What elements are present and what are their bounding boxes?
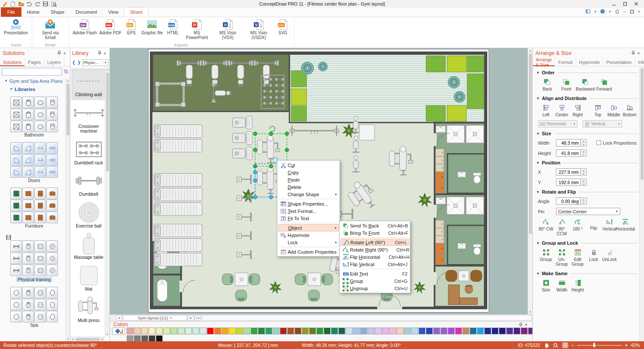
menu-item-change-shape[interactable]: Change Shape▸: [278, 191, 339, 198]
shape-thumbnail[interactable]: [46, 154, 58, 166]
canvas-hscrollbar[interactable]: [202, 315, 532, 321]
90-cw-button[interactable]: 90° CW: [538, 219, 554, 231]
library-group-label[interactable]: Furniture: [25, 223, 43, 228]
pan-tool-icon[interactable]: [543, 342, 550, 348]
html-button[interactable]: HTMLHTML: [164, 18, 182, 36]
color-swatch[interactable]: [360, 328, 367, 334]
color-swatch[interactable]: [346, 328, 352, 334]
library-item-massage-table[interactable]: Massage table: [71, 231, 106, 263]
flip-button[interactable]: Flip: [586, 219, 601, 231]
shape-thumbnail[interactable]: [46, 188, 58, 199]
color-swatch[interactable]: [170, 328, 177, 334]
center-button[interactable]: Center: [554, 104, 570, 117]
menu-item-shape-properties[interactable]: Shape Properties...: [278, 200, 339, 207]
height-input[interactable]: [556, 149, 581, 157]
send-via-email-button[interactable]: Send via Email: [35, 18, 66, 41]
open-icon[interactable]: [18, 1, 24, 7]
ink-tool-icon[interactable]: [2, 1, 8, 7]
minimize-ribbon-icon[interactable]: –: [622, 9, 627, 14]
color-swatch[interactable]: [302, 328, 309, 334]
menu-item-paste[interactable]: Paste: [278, 176, 339, 183]
tab-arrange-size[interactable]: Arrange & Size: [533, 58, 555, 66]
home-icon[interactable]: [615, 9, 620, 14]
shape-thumbnail[interactable]: [34, 311, 46, 322]
color-swatch[interactable]: [309, 328, 316, 334]
shape-thumbnail[interactable]: [10, 109, 22, 120]
shape-thumbnail[interactable]: [10, 154, 22, 166]
shape-thumbnail[interactable]: [46, 287, 58, 298]
pin-icon[interactable]: [56, 50, 62, 56]
shape-thumbnail[interactable]: [46, 109, 58, 120]
presentation-button[interactable]: Presentation: [3, 18, 29, 36]
library-select[interactable]: Physic... ▼: [82, 59, 108, 66]
color-swatch[interactable]: [389, 328, 396, 334]
shape-thumbnail[interactable]: [22, 188, 34, 199]
color-swatch[interactable]: [141, 328, 148, 334]
shape-thumbnail[interactable]: [34, 97, 46, 108]
color-swatch[interactable]: [353, 328, 360, 334]
color-swatch[interactable]: [149, 328, 155, 334]
color-swatch[interactable]: [134, 335, 141, 341]
shape-thumbnail[interactable]: [34, 287, 46, 298]
height-button[interactable]: Height: [570, 279, 586, 292]
color-swatch[interactable]: [484, 328, 491, 334]
tab-info[interactable]: Info: [635, 58, 644, 66]
close-icon[interactable]: ×: [636, 50, 641, 56]
color-swatch[interactable]: [331, 328, 338, 334]
color-swatch[interactable]: [324, 328, 331, 334]
redo-icon[interactable]: [34, 1, 40, 7]
shape-thumbnail[interactable]: [22, 252, 34, 264]
ribbon-tab-share[interactable]: Share: [124, 7, 149, 17]
shape-thumbnail[interactable]: [46, 200, 58, 211]
new-document-icon[interactable]: [10, 1, 16, 7]
solutions-scrollbar[interactable]: ▲▼: [65, 78, 70, 341]
adobe-pdf-button[interactable]: PDFAdobe PDF: [98, 18, 123, 36]
height-stepper[interactable]: ▲▼: [581, 149, 587, 157]
shape-thumbnail[interactable]: [22, 264, 34, 276]
tab-solutions[interactable]: Solutions: [0, 58, 25, 66]
width-stepper[interactable]: ▲▼: [581, 139, 587, 146]
chevron-down-icon[interactable]: ▾: [608, 9, 612, 14]
menu-item-copy[interactable]: Copy: [278, 169, 339, 176]
rotate-section-header[interactable]: ▼Rotate and Flip: [536, 189, 638, 194]
shape-thumbnail[interactable]: [34, 121, 46, 132]
color-swatch[interactable]: [521, 328, 528, 334]
arrange-scrollbar[interactable]: [639, 67, 644, 341]
library-item-multi-press[interactable]: Multi press: [71, 294, 106, 326]
library-group-label[interactable]: Spa: [30, 322, 38, 328]
shape-thumbnail[interactable]: [10, 97, 22, 108]
back-button[interactable]: Back: [538, 79, 557, 91]
size-section-header[interactable]: ▼Size: [536, 131, 638, 136]
color-swatch[interactable]: [397, 328, 404, 334]
color-swatch[interactable]: [127, 328, 134, 334]
align-horizontal-select[interactable]: Horizontal▼: [538, 120, 577, 127]
shape-thumbnail[interactable]: [46, 97, 58, 108]
zoom-slider[interactable]: [577, 342, 622, 348]
horizontal-button[interactable]: Horizontal: [617, 219, 633, 231]
shape-thumbnail[interactable]: [10, 240, 22, 252]
color-swatch[interactable]: [185, 328, 192, 334]
color-swatch[interactable]: [499, 328, 506, 334]
shape-thumbnail[interactable]: [46, 121, 58, 132]
ribbon-tab-document[interactable]: Document: [70, 7, 103, 17]
shape-thumbnail[interactable]: [34, 154, 46, 166]
ribbon-tab-shape[interactable]: Shape: [45, 7, 70, 17]
zoom-tool-icon[interactable]: [553, 342, 559, 348]
color-swatch[interactable]: [280, 328, 287, 334]
shape-thumbnail[interactable]: [22, 200, 34, 211]
color-swatch[interactable]: [163, 328, 170, 334]
adobe-flash-button[interactable]: SWFAdobe Flash: [71, 18, 98, 36]
color-swatch[interactable]: [382, 328, 389, 334]
color-swatch[interactable]: [492, 328, 498, 334]
color-swatch[interactable]: [513, 328, 520, 334]
canvas-viewport[interactable]: CutCopyPasteDeleteChange Shape▸Shape Pro…: [110, 48, 532, 314]
color-swatch[interactable]: [404, 328, 411, 334]
shape-thumbnail[interactable]: [34, 188, 46, 199]
shape-thumbnail[interactable]: [22, 121, 34, 132]
shape-thumbnail[interactable]: [22, 240, 34, 252]
menu-item-flip-horizontal[interactable]: Flip HorizontalCtrl+Alt+H: [340, 253, 409, 261]
ms-visio-vdx-button[interactable]: VMS Visio (VDX): [213, 18, 243, 41]
fit-page-icon[interactable]: [562, 342, 568, 348]
shape-thumbnail[interactable]: [34, 212, 46, 223]
top-button[interactable]: Top: [590, 104, 606, 117]
